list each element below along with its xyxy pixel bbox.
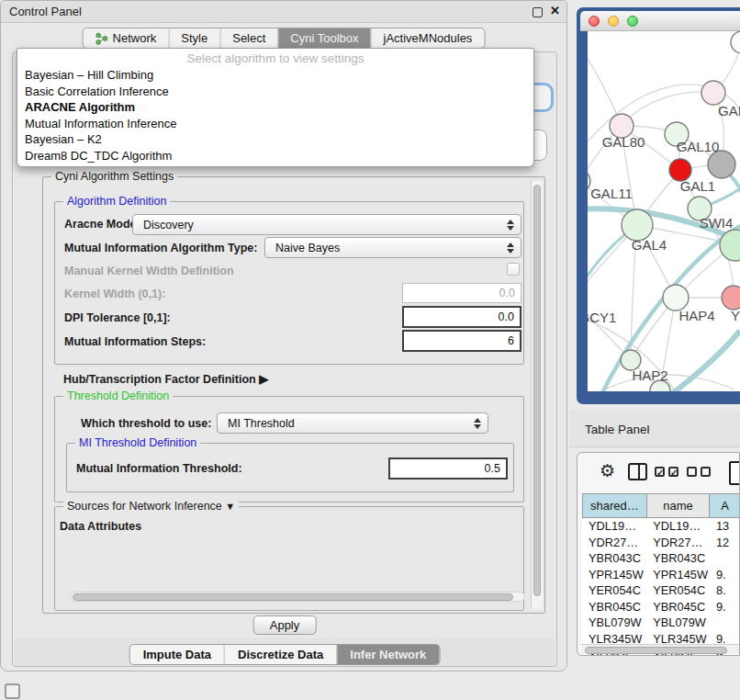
mi-steps-label: Mutual Information Steps:	[64, 335, 206, 348]
spinner-arrows-icon	[507, 243, 514, 254]
table-row[interactable]: YDL19… YDL19… 13	[582, 518, 740, 535]
table-row[interactable]: YDR27… YDR27… 12	[582, 535, 740, 551]
table-panel-window: ⚙ ✓ ✓ shared… name A YDL19… YDL19… 13 YD…	[577, 452, 740, 656]
mi-type-combobox[interactable]: Naive Bayes	[264, 237, 521, 258]
tab-style[interactable]: Style	[168, 28, 219, 48]
tab-network[interactable]: Network	[84, 28, 169, 48]
mi-threshold-field[interactable]: 0.5	[388, 457, 508, 480]
kernel-width-field[interactable]: 0.0	[402, 283, 521, 303]
table-toolbar: ⚙ ✓ ✓	[577, 453, 739, 491]
cell-name: YBL079W	[646, 615, 710, 631]
manual-kernel-checkbox[interactable]	[507, 263, 520, 276]
apply-button[interactable]: Apply	[253, 615, 317, 635]
cell-value	[710, 550, 740, 567]
column-layout-icon[interactable]	[628, 463, 647, 480]
dropdown-item[interactable]: Dream8 DC_TDC Algorithm	[17, 148, 533, 164]
cell-name: YPR145W	[646, 567, 710, 583]
algorithm-definition-group: Algorithm Definition Aracne Mode: Discov…	[54, 201, 524, 365]
tab-network-label: Network	[113, 31, 157, 45]
maximize-traffic-icon[interactable]	[627, 16, 638, 27]
algorithm-definition-title: Algorithm Definition	[63, 195, 170, 208]
tab-jactivemnodules[interactable]: jActiveMNodules	[371, 28, 485, 48]
node-salmon[interactable]	[722, 286, 740, 310]
node-label: HAP4	[678, 308, 714, 323]
sources-title-label: Sources for Network Inference	[67, 500, 222, 513]
dropdown-item[interactable]: Bayesian – Hill Climbing	[17, 67, 533, 84]
close-traffic-icon[interactable]	[589, 16, 600, 27]
mi-type-value: Naive Bayes	[275, 242, 340, 254]
column-header-shared-name[interactable]: shared…	[582, 493, 647, 518]
cell-shared-name: YDR27…	[582, 535, 646, 551]
list-horizontal-scrollbar[interactable]	[70, 592, 525, 602]
tab-discretize-data[interactable]: Discretize Data	[224, 645, 336, 664]
node-gal4[interactable]	[622, 209, 653, 241]
table-row[interactable]: YBR043C YBR043C	[582, 550, 740, 567]
mi-threshold-title: MI Threshold Definition	[75, 436, 200, 449]
bottom-tabbar: Impute Data Discretize Data Infer Networ…	[129, 644, 441, 665]
mi-threshold-label: Mutual Information Threshold:	[76, 462, 242, 475]
deselect-checkbox-icon[interactable]	[701, 467, 711, 477]
node-label: SWI4	[700, 215, 734, 231]
network-canvas[interactable]: GAL GAL80 GAL10 GAL1 GAL11 SWI4 GAL4 GCY…	[588, 31, 740, 391]
node-label: Y	[731, 308, 740, 323]
algorithm-dropdown-popup: Select algorithm to view settings Bayesi…	[17, 48, 534, 167]
column-header-name[interactable]: name	[647, 493, 711, 518]
tab-style-label: Style	[181, 31, 207, 45]
close-icon[interactable]: ✕	[550, 4, 560, 17]
mi-steps-field[interactable]: 6	[402, 330, 521, 352]
cell-value: 8.	[710, 582, 740, 599]
network-icon	[95, 32, 108, 45]
tab-discretize-data-label: Discretize Data	[238, 648, 323, 661]
node[interactable]	[731, 31, 740, 53]
float-panel-icon[interactable]	[5, 683, 20, 699]
network-graph: GAL GAL80 GAL10 GAL1 GAL11 SWI4 GAL4 GCY…	[588, 31, 740, 391]
tab-select[interactable]: Select	[219, 28, 277, 48]
which-threshold-combobox[interactable]: MI Threshold	[217, 412, 488, 434]
mi-threshold-group: MI Threshold Definition Mutual Informati…	[66, 443, 514, 492]
threshold-definition-group: Threshold Definition Which threshold to …	[54, 396, 524, 502]
node-gal[interactable]	[701, 81, 725, 105]
tab-jactivemnodules-label: jActiveMNodules	[384, 31, 473, 45]
dpi-tolerance-field[interactable]: 0.0	[402, 306, 521, 328]
table-row[interactable]: YBL079W YBL079W	[582, 615, 740, 631]
hub-definition-label: Hub/Transcription Factor Definition	[63, 373, 256, 386]
node-label: GAL1	[680, 178, 715, 194]
gear-icon[interactable]: ⚙	[600, 460, 615, 481]
cyni-toolbox-panel: Select algorithm to view settings Bayesi…	[12, 51, 557, 667]
spinner-arrows-icon	[474, 418, 481, 429]
table-row[interactable]: YPR145W YPR145W 9.	[582, 567, 740, 583]
float-window-icon[interactable]	[533, 7, 543, 17]
deselect-checkbox-icon[interactable]	[687, 467, 697, 477]
tab-impute-data[interactable]: Impute Data	[130, 645, 224, 664]
cell-shared-name: YBR043C	[582, 550, 646, 567]
cell-value: 9.	[710, 599, 740, 615]
dropdown-item[interactable]: Mutual Information Inference	[17, 116, 533, 132]
select-all-checkbox-icon[interactable]: ✓	[655, 467, 665, 477]
column-header-partial[interactable]: A	[710, 493, 740, 518]
dropdown-item[interactable]: Basic Correlation Inference	[17, 84, 533, 100]
node-gray[interactable]	[708, 151, 735, 178]
export-table-icon[interactable]	[729, 461, 740, 485]
node-label: GAL4	[632, 237, 667, 253]
table-row[interactable]: YER054C YER054C 8.	[582, 582, 740, 599]
hub-definition-toggle[interactable]: Hub/Transcription Factor Definition ▶	[63, 372, 268, 386]
sources-title[interactable]: Sources for Network Inference ▼	[63, 500, 239, 513]
aracne-mode-combobox[interactable]: Discovery	[132, 214, 521, 235]
network-view-titlebar[interactable]	[580, 11, 740, 31]
tab-cyni-toolbox[interactable]: Cyni Toolbox	[277, 28, 370, 48]
table-row[interactable]: YBR045C YBR045C 9.	[582, 599, 740, 615]
data-attributes-label: Data Attributes	[60, 520, 141, 533]
mi-type-label: Mutual Information Algorithm Type:	[64, 242, 257, 254]
node-label: GAL11	[590, 186, 633, 201]
cell-shared-name: YPR145W	[582, 567, 646, 583]
dropdown-item-selected[interactable]: ARACNE Algorithm	[17, 99, 533, 116]
minimize-traffic-icon[interactable]	[608, 16, 619, 27]
table-horizontal-scrollbar[interactable]	[581, 644, 739, 654]
control-panel-window: Control Panel ✕ Network Style Select Cyn…	[0, 0, 567, 672]
table-header-row: shared… name A	[582, 493, 740, 518]
settings-vertical-scrollbar[interactable]	[531, 181, 543, 609]
select-all-checkbox-icon[interactable]: ✓	[668, 467, 678, 477]
tab-infer-network[interactable]: Infer Network	[336, 645, 439, 664]
node-hap4[interactable]	[663, 285, 689, 310]
dropdown-item[interactable]: Bayesian – K2	[17, 131, 533, 148]
